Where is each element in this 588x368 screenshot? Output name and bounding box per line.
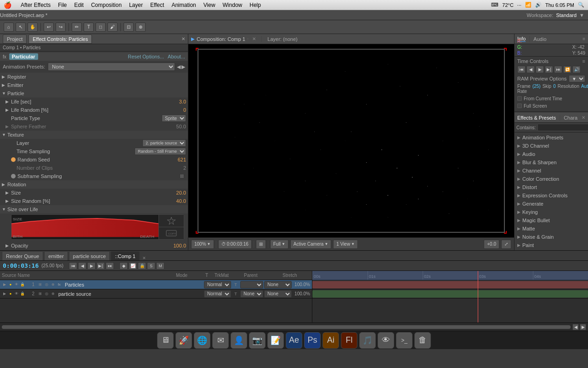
ec-particle-type-row[interactable]: Particle Type Sprite xyxy=(0,114,188,122)
toolbar-mask[interactable]: ⊡ xyxy=(124,23,134,32)
toolbar-home[interactable]: ⌂ xyxy=(4,23,14,32)
dock-terminal[interactable]: >_ xyxy=(396,332,413,349)
ep-collapse[interactable]: ✕ xyxy=(582,115,585,120)
tl-layer1-mode[interactable]: Normal xyxy=(204,281,231,288)
menu-animation[interactable]: Animation xyxy=(171,2,196,8)
tl-scroll-track[interactable] xyxy=(2,325,571,329)
menu-file[interactable]: File xyxy=(58,2,67,8)
ep-item-9[interactable]: ▶Keying xyxy=(514,208,588,216)
dock-preview[interactable]: 👁 xyxy=(378,332,394,349)
comp-timecode-btn[interactable]: ⏱ 0:00:03:16 xyxy=(218,240,252,249)
ec-layer-select[interactable]: 2. particle source xyxy=(142,139,186,147)
tc-first[interactable]: ⏮ xyxy=(517,66,526,73)
menu-window[interactable]: Window xyxy=(223,2,243,8)
tl-layer2-parent[interactable]: None xyxy=(264,290,292,298)
toolbar-clone[interactable]: ⊕ xyxy=(136,23,146,32)
ec-about-btn[interactable]: About... xyxy=(168,54,185,59)
ec-random-seed-row[interactable]: Random Seed 621 xyxy=(0,155,188,164)
tl-layer2-adj[interactable]: ⊕ xyxy=(50,291,56,297)
comp-view-btn[interactable]: 1 View ▼ xyxy=(333,240,358,249)
comp-snap-btn[interactable]: ⊞ xyxy=(256,240,266,249)
tl-layer1-lock[interactable]: 🔒 xyxy=(20,282,25,288)
ep-item-13[interactable]: ▶Paint xyxy=(514,241,588,249)
toolbar-brush[interactable]: 🖌 xyxy=(107,23,118,32)
dock-ai[interactable]: Ai xyxy=(322,332,339,349)
toolbar-hand[interactable]: ✋ xyxy=(28,23,38,32)
tl-prev[interactable]: ◀ xyxy=(78,262,86,270)
dock-facetime[interactable]: 📷 xyxy=(249,332,266,349)
panel-close[interactable]: ✕ xyxy=(181,36,185,41)
ep-item-2[interactable]: ▶Audio xyxy=(514,150,588,158)
toolbar-pen[interactable]: ✏ xyxy=(72,23,82,32)
comp-quality-btn[interactable]: Full ▼ xyxy=(270,240,288,249)
tc-last[interactable]: ⏭ xyxy=(554,66,562,73)
ec-subframe-sampling-row[interactable]: Subframe Sampling xyxy=(0,172,188,180)
tl-layer1-adj[interactable]: ⊕ xyxy=(50,282,56,288)
ep-item-12[interactable]: ▶Noise & Grain xyxy=(514,233,588,241)
dock-launchpad[interactable]: 🚀 xyxy=(175,332,192,349)
tl-tab-comp1[interactable]: ::Comp 1 xyxy=(111,251,140,260)
ec-size-random-row[interactable]: ▶ Size Random [%] 40.0 xyxy=(0,197,188,205)
ram-check-row1[interactable]: From Current Time xyxy=(517,95,585,102)
ram-full-screen-check[interactable] xyxy=(517,104,522,108)
dock-trash[interactable]: 🗑 xyxy=(414,332,431,349)
ec-rotation[interactable]: ▶ Rotation xyxy=(0,180,188,189)
tl-markers[interactable]: ◆ xyxy=(119,262,128,270)
dock-ae[interactable]: Ae xyxy=(286,332,302,349)
ram-select[interactable]: ▼ xyxy=(569,75,585,82)
tl-layer2-motion[interactable]: ◎ xyxy=(44,291,49,297)
toolbar-shape[interactable]: □ xyxy=(96,23,106,32)
tl-layer1-expand[interactable]: ▶ xyxy=(2,282,7,288)
sol-thumb1[interactable] xyxy=(159,215,184,227)
dock-notes[interactable]: 📝 xyxy=(267,332,284,349)
comp-canvas[interactable] xyxy=(198,49,505,233)
tl-tab-particle-source[interactable]: particle source xyxy=(69,251,110,260)
tc-collapse[interactable]: ≡ xyxy=(582,58,585,64)
ec-opacity-row[interactable]: ▶ Opacity 100.0 xyxy=(0,242,188,250)
toolbar-select[interactable]: ↖ xyxy=(16,23,26,32)
tl-lock[interactable]: 🔒 xyxy=(138,262,146,270)
tl-solo[interactable]: S xyxy=(147,262,155,270)
ep-item-6[interactable]: ▶Distort xyxy=(514,183,588,191)
tl-time-display[interactable]: 0:00:03:16 xyxy=(3,262,39,269)
ec-life-value[interactable]: 3.0 xyxy=(179,99,186,104)
tl-tab-render[interactable]: Render Queue xyxy=(2,251,43,260)
tl-layer2-trkmat[interactable]: None xyxy=(240,290,263,298)
tl-work-area[interactable] xyxy=(312,271,588,280)
tl-goto-end[interactable]: ⏭ xyxy=(106,262,114,270)
ec-random-seed-value[interactable]: 621 xyxy=(178,157,186,162)
tl-layer1-motion[interactable]: ◎ xyxy=(44,282,49,288)
search-menu-icon[interactable]: 🔍 xyxy=(578,2,584,8)
tl-layer2-lock[interactable]: 🔒 xyxy=(20,291,25,297)
ec-layer-row[interactable]: Layer 2. particle source xyxy=(0,139,188,147)
ep-item-10[interactable]: ▶Magic Bullet xyxy=(514,216,588,224)
dock-itunes[interactable]: 🎵 xyxy=(359,332,376,349)
rp-collapse[interactable]: ≡ xyxy=(582,36,585,41)
ep-item-5[interactable]: ▶Color Correction xyxy=(514,175,588,183)
comp-camera-btn[interactable]: Active Camera ▼ xyxy=(290,240,332,249)
ec-opacity-random-row[interactable]: ▶ Opacity Random [%] 0.0 xyxy=(0,250,188,250)
menu-layer[interactable]: Layer xyxy=(129,2,143,8)
dock-flash[interactable]: Fl xyxy=(341,332,357,349)
tc-audio[interactable]: 🔊 xyxy=(572,66,581,73)
tab-effect-controls[interactable]: Effect Controls: Particles xyxy=(28,34,92,44)
tl-layer-2[interactable]: ▶ ● 👁 🔒 2 ⊞ ◎ ⊕ particle source Normal T xyxy=(0,289,312,299)
tab-project[interactable]: Project xyxy=(3,34,27,44)
ec-opacity-value[interactable]: 100.0 xyxy=(173,243,186,248)
ep-item-1[interactable]: ▶3D Channel xyxy=(514,142,588,150)
tl-layer2-3d[interactable]: ⊞ xyxy=(37,291,43,297)
menu-aftereffects[interactable]: After Effects xyxy=(21,2,51,8)
ec-presets-select[interactable]: None xyxy=(48,63,175,71)
dock-safari[interactable]: 🌐 xyxy=(194,332,210,349)
toolbar-redo[interactable]: ↪ xyxy=(56,23,66,32)
tl-layer1-eye[interactable]: 👁 xyxy=(14,282,19,288)
tl-scroll-thumb[interactable] xyxy=(2,325,571,329)
ec-texture[interactable]: ▼ Texture xyxy=(0,131,188,139)
menu-help[interactable]: Help xyxy=(249,2,261,8)
tl-scroll-right[interactable]: ▶ xyxy=(580,324,586,330)
ec-emitter[interactable]: ▶ Emitter xyxy=(0,81,188,89)
menu-edit[interactable]: Edit xyxy=(74,2,84,8)
ec-life-row[interactable]: ▶ Life [sec] 3.0 xyxy=(0,98,188,106)
tl-layer1-parent[interactable]: None xyxy=(264,281,292,288)
ec-presets-left[interactable]: ◀ xyxy=(177,64,181,70)
